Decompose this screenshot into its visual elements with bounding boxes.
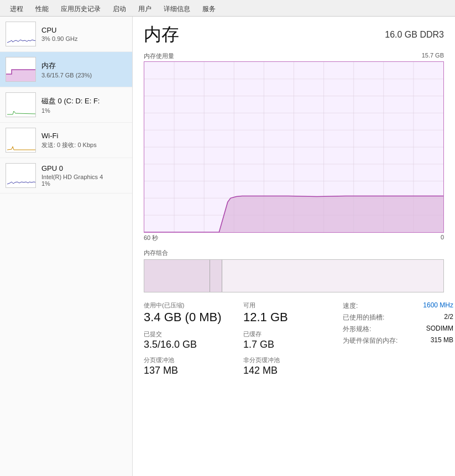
committed-label: 已提交 <box>144 330 243 338</box>
time-start: 60 秒 <box>144 234 158 242</box>
comp-seg-cached <box>210 260 222 292</box>
form-label: 外形规格: <box>343 325 371 334</box>
disk-subtitle: 1% <box>41 107 127 114</box>
sidebar-item-cpu[interactable]: CPU 3% 0.90 GHz <box>0 17 132 52</box>
time-end: 0 <box>441 234 444 242</box>
gpu-thumbnail <box>6 163 36 188</box>
disk-info: 磁盘 0 (C: D: E: F: 1% <box>41 96 127 114</box>
disk-title: 磁盘 0 (C: D: E: F: <box>41 96 127 106</box>
reserved-value: 315 MB <box>431 336 453 346</box>
nonpaged-value: 142 MB <box>243 365 343 376</box>
wifi-subtitle: 发送: 0 接收: 0 Kbps <box>41 141 127 149</box>
sidebar-item-disk[interactable]: 磁盘 0 (C: D: E: F: 1% <box>0 87 132 123</box>
nav-process[interactable]: 进程 <box>4 2 29 16</box>
speed-label: 速度: <box>343 301 358 311</box>
cpu-subtitle: 3% 0.90 GHz <box>41 35 127 42</box>
nav-details[interactable]: 详细信息 <box>158 2 196 16</box>
wifi-info: Wi-Fi 发送: 0 接收: 0 Kbps <box>41 132 127 149</box>
gpu-subtitle: Intel(R) HD Graphics 4 <box>41 174 127 180</box>
available-label: 可用 <box>243 301 343 310</box>
cpu-info: CPU 3% 0.90 GHz <box>41 26 127 42</box>
gpu-subtitle2: 1% <box>41 180 127 187</box>
nonpaged-label: 非分页缓冲池 <box>243 356 343 364</box>
info-slots: 已使用的插槽: 2/2 <box>343 313 453 322</box>
speed-value: 1600 MHz <box>423 301 453 311</box>
content-spec: 16.0 GB DDR3 <box>385 25 444 40</box>
usage-label: 内存使用量 <box>144 52 174 60</box>
comp-seg-free <box>222 260 443 292</box>
in-use-label: 使用中(已压缩) <box>144 301 243 310</box>
cached-label: 已缓存 <box>243 330 343 338</box>
nav-app-history[interactable]: 应用历史记录 <box>55 2 106 16</box>
info-speed: 速度: 1600 MHz <box>343 301 453 311</box>
info-reserved: 为硬件保留的内存: 315 MB <box>343 336 453 346</box>
stat-cached: 已缓存 1.7 GB <box>243 330 343 351</box>
stat-paged: 分页缓冲池 137 MB <box>144 356 243 376</box>
sidebar-item-memory[interactable]: 内存 3.6/15.7 GB (23%) <box>0 52 132 87</box>
gpu-title: GPU 0 <box>41 164 127 172</box>
committed-value: 3.5/16.0 GB <box>144 339 243 351</box>
memory-title: 内存 <box>41 61 127 71</box>
sidebar-item-wifi[interactable]: Wi-Fi 发送: 0 接收: 0 Kbps <box>0 123 132 158</box>
stat-nonpaged: 非分页缓冲池 142 MB <box>243 356 343 376</box>
svg-marker-19 <box>144 196 443 232</box>
usage-max: 15.7 GB <box>422 52 444 60</box>
cached-value: 1.7 GB <box>243 339 343 351</box>
memory-info: 内存 3.6/15.7 GB (23%) <box>41 61 127 79</box>
reserved-label: 为硬件保留的内存: <box>343 336 398 346</box>
memory-thumbnail <box>6 57 36 82</box>
slots-value: 2/2 <box>444 313 453 322</box>
nav-services[interactable]: 服务 <box>197 2 221 16</box>
sidebar: CPU 3% 0.90 GHz 内存 3.6/15.7 GB (23%) <box>0 17 133 476</box>
content-header: 内存 16.0 GB DDR3 <box>144 25 444 43</box>
chart-footer: 60 秒 0 <box>144 234 444 242</box>
disk-thumbnail <box>6 92 36 117</box>
top-nav: 进程 性能 应用历史记录 启动 用户 详细信息 服务 <box>0 0 455 17</box>
available-value: 12.1 GB <box>243 310 343 325</box>
stat-committed: 已提交 3.5/16.0 GB <box>144 330 243 351</box>
composition-section: 内存组合 <box>144 249 444 292</box>
in-use-value: 3.4 GB (0 MB) <box>144 310 243 325</box>
wifi-title: Wi-Fi <box>41 132 127 140</box>
nav-performance[interactable]: 性能 <box>30 2 54 16</box>
memory-subtitle: 3.6/15.7 GB (23%) <box>41 72 127 79</box>
composition-label: 内存组合 <box>144 249 444 257</box>
usage-chart-section: 内存使用量 15.7 GB <box>144 52 444 242</box>
slots-label: 已使用的插槽: <box>343 313 384 322</box>
form-value: SODIMM <box>426 325 453 334</box>
nav-users[interactable]: 用户 <box>133 2 157 16</box>
svg-marker-0 <box>6 70 35 81</box>
chart-label-row: 内存使用量 15.7 GB <box>144 52 444 60</box>
cpu-thumbnail <box>6 22 36 46</box>
wifi-thumbnail <box>6 128 36 153</box>
comp-seg-used <box>144 260 210 292</box>
info-block: 速度: 1600 MHz 已使用的插槽: 2/2 外形规格: SODIMM 为硬… <box>343 301 453 382</box>
stats-grid: 使用中(已压缩) 3.4 GB (0 MB) 可用 12.1 GB 速度: 16… <box>144 301 444 382</box>
main-layout: CPU 3% 0.90 GHz 内存 3.6/15.7 GB (23%) <box>0 17 455 476</box>
memory-chart <box>144 61 444 233</box>
cpu-title: CPU <box>41 26 127 34</box>
gpu-info: GPU 0 Intel(R) HD Graphics 4 1% <box>41 164 127 187</box>
paged-value: 137 MB <box>144 365 243 376</box>
info-form: 外形规格: SODIMM <box>343 325 453 334</box>
stat-in-use: 使用中(已压缩) 3.4 GB (0 MB) <box>144 301 243 325</box>
stat-available: 可用 12.1 GB <box>243 301 343 325</box>
paged-label: 分页缓冲池 <box>144 356 243 364</box>
content-title: 内存 <box>144 25 179 43</box>
nav-startup[interactable]: 启动 <box>107 2 132 16</box>
content-panel: 内存 16.0 GB DDR3 内存使用量 15.7 GB <box>133 17 455 476</box>
memory-svg <box>144 62 443 232</box>
composition-bar <box>144 259 444 292</box>
sidebar-item-gpu[interactable]: GPU 0 Intel(R) HD Graphics 4 1% <box>0 158 132 193</box>
